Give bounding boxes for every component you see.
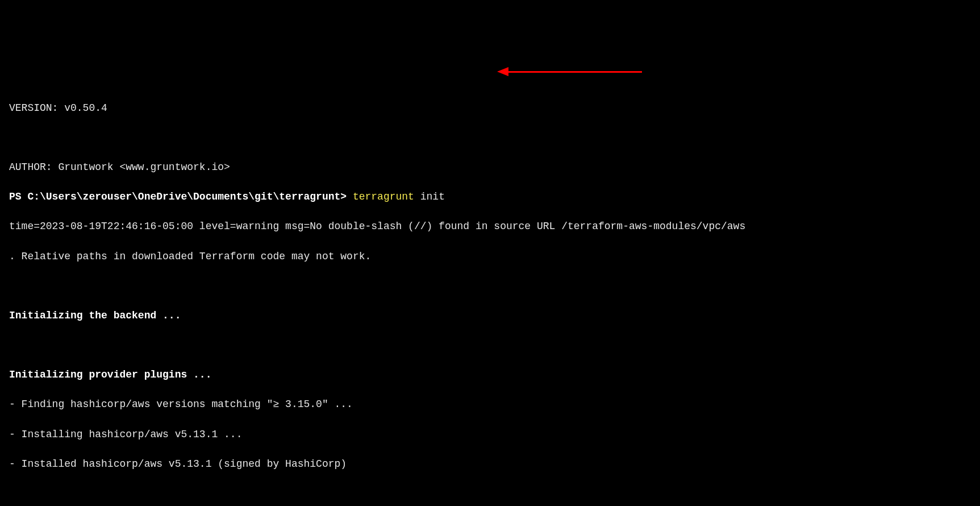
command-name: terragrunt [353,191,414,202]
terminal-output[interactable]: VERSION: v0.50.4 AUTHOR: Gruntwork <www.… [9,70,971,506]
blank-line [9,279,971,293]
finding-line: - Finding hashicorp/aws versions matchin… [9,397,971,412]
blank-line [9,130,971,145]
blank-line [9,486,971,501]
warning-line-2: . Relative paths in downloaded Terraform… [9,249,971,264]
prompt-path: PS C:\Users\zerouser\OneDrive\Documents\… [9,191,353,202]
init-backend-line: Initializing the backend ... [9,308,971,323]
installed-line: - Installed hashicorp/aws v5.13.1 (signe… [9,457,971,471]
author-line: AUTHOR: Gruntwork <www.gruntwork.io> [9,160,971,175]
version-line: VERSION: v0.50.4 [9,101,971,115]
warning-line-1: time=2023-08-19T22:46:16-05:00 level=war… [9,219,971,234]
init-providers-line: Initializing provider plugins ... [9,367,971,382]
command-args: init [414,191,445,202]
blank-line [9,338,971,352]
installing-line: - Installing hashicorp/aws v5.13.1 ... [9,427,971,442]
prompt-command-line: PS C:\Users\zerouser\OneDrive\Documents\… [9,189,971,204]
